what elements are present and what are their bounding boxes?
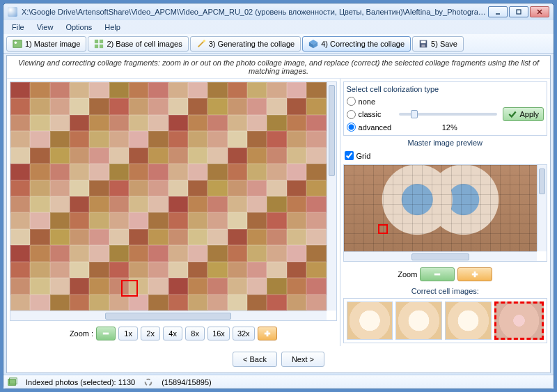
- colorization-slider[interactable]: [399, 113, 498, 116]
- nav-buttons: < Back Next >: [7, 346, 550, 373]
- image-icon: [13, 39, 22, 49]
- statusbar: Indexed photos (selected): 1130 (15894/1…: [3, 375, 554, 389]
- back-button[interactable]: < Back: [233, 352, 277, 367]
- radio-classic-row: classic Apply: [347, 107, 544, 122]
- app-icon: [8, 7, 17, 17]
- tab-save[interactable]: 5) Save: [412, 36, 464, 52]
- wand-icon: [196, 39, 206, 49]
- svg-rect-16: [421, 40, 426, 43]
- collage-image[interactable]: [10, 82, 327, 311]
- menu-options[interactable]: Options: [60, 22, 97, 33]
- spinner-icon: [143, 377, 153, 387]
- svg-rect-8: [95, 44, 98, 47]
- candidate-cell-1[interactable]: [347, 301, 393, 340]
- svg-point-11: [203, 39, 205, 42]
- tab-label: 1) Master image: [25, 40, 80, 48]
- grid-icon: [94, 39, 104, 49]
- slider-thumb[interactable]: [411, 110, 418, 118]
- preview-horizontal-scrollbar[interactable]: [344, 251, 537, 261]
- colorization-panel: Select cell colorization type none class…: [343, 81, 547, 136]
- zoom-8x-button[interactable]: 8x: [185, 327, 205, 340]
- radio-none-label: none: [359, 97, 375, 106]
- zoom-in-button[interactable]: [258, 327, 277, 340]
- apply-label: Apply: [519, 110, 539, 118]
- svg-rect-7: [100, 39, 103, 42]
- zoom-1x-button[interactable]: 1x: [118, 327, 138, 340]
- minus-icon: [432, 269, 442, 279]
- grid-label: Grid: [356, 152, 371, 160]
- radio-classic-label: classic: [359, 110, 393, 118]
- vertical-scrollbar[interactable]: [327, 82, 336, 311]
- radio-advanced-row: advanced 12%: [347, 122, 544, 132]
- menu-help[interactable]: Help: [99, 22, 126, 33]
- zoom-32x-button[interactable]: 32x: [233, 327, 255, 340]
- preview-viewport[interactable]: [343, 164, 547, 262]
- radio-advanced[interactable]: [347, 123, 356, 132]
- preview-zoom-controls: Zoom: [343, 265, 547, 284]
- panes: Zoom : 1x 2x 4x 8x 16x 32x Select cell c…: [7, 79, 550, 346]
- preview-zoom-label: Zoom: [398, 270, 417, 279]
- menu-view[interactable]: View: [31, 22, 59, 33]
- cells-title: Correct cell images:: [343, 287, 547, 295]
- slider-percent: 12%: [396, 123, 503, 132]
- plus-icon: [470, 269, 480, 279]
- radio-advanced-label: advanced: [359, 123, 393, 132]
- check-icon: [508, 109, 517, 119]
- step-toolbar: 1) Master image 2) Base of cell images 3…: [3, 34, 554, 54]
- radio-classic[interactable]: [347, 110, 356, 119]
- preview-selection-marker: [378, 224, 388, 234]
- zoom-controls: Zoom : 1x 2x 4x 8x 16x 32x: [10, 324, 337, 343]
- zoom-2x-button[interactable]: 2x: [141, 327, 160, 340]
- save-icon: [418, 39, 428, 49]
- close-button[interactable]: [530, 6, 549, 17]
- instruction-text: Viewing and correcting collage fragments…: [7, 56, 550, 79]
- left-pane: Zoom : 1x 2x 4x 8x 16x 32x: [7, 79, 340, 346]
- collage-viewport[interactable]: [10, 81, 337, 321]
- preview-zoom-in-button[interactable]: [457, 267, 492, 281]
- tab-base-images[interactable]: 2) Base of cell images: [88, 36, 188, 52]
- svg-point-26: [146, 379, 152, 385]
- minus-icon: [101, 329, 111, 338]
- window-controls: [488, 6, 549, 17]
- right-pane: Select cell colorization type none class…: [340, 79, 550, 346]
- zoom-16x-button[interactable]: 16x: [207, 327, 230, 340]
- window-title: X:\Google Drive\ArtensoftShare\Video_APC…: [22, 8, 488, 16]
- preview-title: Master image preview: [343, 139, 547, 147]
- menubar: File View Options Help: [3, 20, 554, 34]
- candidate-cell-3[interactable]: [445, 301, 492, 340]
- next-button[interactable]: Next >: [281, 352, 324, 367]
- preview-image[interactable]: [344, 165, 537, 251]
- app-window: X:\Google Drive\ArtensoftShare\Video_APC…: [3, 3, 554, 389]
- tab-correcting[interactable]: 4) Correcting the collage: [302, 36, 411, 52]
- zoom-label: Zoom :: [70, 329, 93, 338]
- candidate-cell-2[interactable]: [395, 301, 442, 340]
- status-indexed: Indexed photos (selected): 1130: [26, 378, 135, 386]
- candidate-cell-4-selected[interactable]: [494, 301, 544, 340]
- zoom-out-button[interactable]: [96, 327, 116, 340]
- grid-checkbox-row: Grid: [343, 150, 547, 162]
- plus-icon: [262, 329, 272, 338]
- menu-file[interactable]: File: [6, 22, 30, 33]
- svg-point-5: [15, 41, 17, 44]
- tab-label: 5) Save: [431, 40, 457, 48]
- tab-label: 4) Correcting the collage: [321, 40, 405, 48]
- tab-label: 3) Generating the collage: [209, 40, 295, 48]
- preview-zoom-out-button[interactable]: [420, 267, 455, 281]
- minimize-button[interactable]: [488, 6, 508, 17]
- maximize-button[interactable]: [509, 6, 528, 17]
- preview-vertical-scrollbar[interactable]: [537, 165, 547, 251]
- tab-master-image[interactable]: 1) Master image: [6, 36, 86, 52]
- grid-checkbox[interactable]: [345, 151, 354, 160]
- apply-button[interactable]: Apply: [503, 107, 544, 121]
- svg-rect-17: [421, 44, 425, 47]
- svg-rect-6: [95, 39, 98, 42]
- status-progress: (15894/15895): [162, 378, 212, 386]
- titlebar: X:\Google Drive\ArtensoftShare\Video_APC…: [3, 3, 554, 20]
- content-area: Viewing and correcting collage fragments…: [6, 55, 551, 373]
- horizontal-scrollbar[interactable]: [10, 311, 327, 320]
- selected-cell-marker: [121, 280, 138, 297]
- tab-generating[interactable]: 3) Generating the collage: [190, 36, 301, 52]
- radio-none[interactable]: [347, 97, 356, 106]
- svg-rect-1: [517, 10, 521, 14]
- zoom-4x-button[interactable]: 4x: [163, 327, 182, 340]
